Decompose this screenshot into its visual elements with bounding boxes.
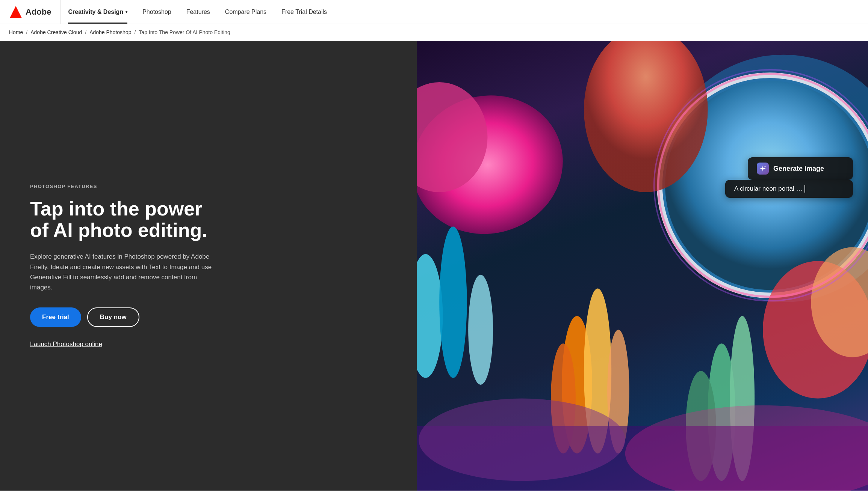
svg-point-11 — [468, 275, 493, 385]
ai-generate-icon — [757, 163, 769, 175]
launch-photoshop-link[interactable]: Launch Photoshop online — [30, 340, 387, 348]
breadcrumb-home[interactable]: Home — [9, 29, 23, 35]
hero-left: PHOTOSHOP FEATURES Tap into the power of… — [0, 41, 417, 491]
breadcrumb-separator-3: / — [134, 29, 136, 35]
hero-image: Generate image A circular neon portal … — [417, 41, 868, 491]
svg-point-26 — [765, 166, 766, 167]
ai-text-prompt-box[interactable]: A circular neon portal … — [725, 180, 853, 198]
chevron-down-icon: ▾ — [126, 10, 127, 14]
svg-point-23 — [625, 405, 868, 491]
coral-svg — [417, 41, 868, 491]
hero-title: Tap into the power of AI photo editing. — [30, 198, 225, 241]
cta-buttons: Free trial Buy now — [30, 307, 387, 327]
svg-point-22 — [419, 399, 625, 481]
adobe-logo-icon — [9, 5, 23, 19]
breadcrumb: Home / Adobe Creative Cloud / Adobe Phot… — [0, 24, 868, 41]
svg-point-9 — [417, 254, 443, 378]
main-nav: Creativity & Design ▾ Photoshop Features… — [60, 0, 334, 24]
ai-generate-label: Generate image — [773, 165, 824, 173]
nav-item-photoshop[interactable]: Photoshop — [135, 0, 179, 24]
nav-item-creativity-design[interactable]: Creativity & Design ▾ — [60, 0, 135, 24]
nav-item-features[interactable]: Features — [179, 0, 218, 24]
ai-generate-button[interactable]: Generate image — [748, 157, 853, 180]
breadcrumb-creative-cloud[interactable]: Adobe Creative Cloud — [30, 29, 82, 35]
svg-point-10 — [439, 227, 467, 378]
cursor-blink — [804, 185, 805, 193]
breadcrumb-separator-2: / — [85, 29, 86, 35]
hero-right: Generate image A circular neon portal … — [417, 41, 868, 491]
section-label: PHOTOSHOP FEATURES — [30, 184, 387, 189]
hero-description: Explore generative AI features in Photos… — [30, 252, 218, 292]
breadcrumb-separator-1: / — [26, 29, 27, 35]
header: Adobe Creativity & Design ▾ Photoshop Fe… — [0, 0, 868, 24]
sparkle-icon — [759, 165, 767, 172]
adobe-wordmark: Adobe — [26, 7, 51, 17]
ai-prompt-text: A circular neon portal … — [734, 185, 802, 193]
breadcrumb-photoshop[interactable]: Adobe Photoshop — [89, 29, 131, 35]
free-trial-button[interactable]: Free trial — [30, 307, 81, 327]
nav-item-compare-plans[interactable]: Compare Plans — [218, 0, 274, 24]
breadcrumb-current-page: Tap Into The Power Of AI Photo Editing — [139, 29, 230, 35]
hero-section: PHOTOSHOP FEATURES Tap into the power of… — [0, 41, 868, 491]
buy-now-button[interactable]: Buy now — [87, 307, 139, 327]
logo-area: Adobe — [9, 0, 60, 24]
nav-item-free-trial-details[interactable]: Free Trial Details — [274, 0, 334, 24]
